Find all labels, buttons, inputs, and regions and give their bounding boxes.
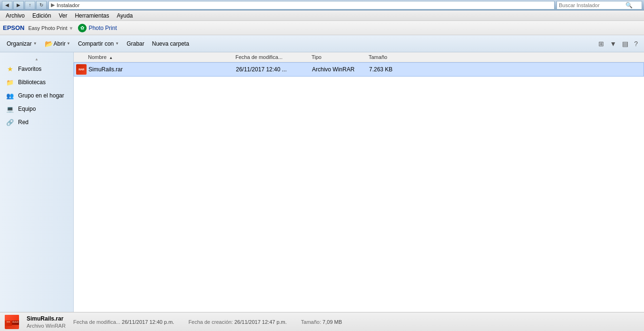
empty-space (74, 77, 644, 219)
photo-print-label: Photo Print (88, 25, 117, 31)
menu-bar: Archivo Edición Ver Herramientas Ayuda (0, 10, 644, 21)
main-area: ▲ ★ Favoritos 📁 Bibliotecas 👥 Grupo en e… (0, 52, 644, 312)
organizar-label: Organizar (7, 40, 32, 47)
table-row[interactable]: RAR SimuRails.rar 26/11/2017 12:40 ... A… (74, 62, 644, 77)
status-date-created: Fecha de creación: 26/11/2017 12:47 p.m. (188, 319, 287, 325)
col-header-date[interactable]: Fecha de modifica... (235, 54, 312, 60)
epson-toolbar: EPSON Easy Photo Print ▼ ✿ Photo Print (0, 21, 644, 35)
nueva-carpeta-label: Nueva carpeta (152, 40, 189, 47)
view-dropdown-button[interactable]: ▼ (607, 39, 619, 49)
sidebar-item-equipo[interactable]: 💻 Equipo (0, 102, 73, 116)
forward-button[interactable]: ▶ (13, 1, 24, 10)
path-chevron: ▶ (51, 2, 55, 8)
column-headers: Nombre ▲ Fecha de modifica... Tipo Tamañ… (74, 52, 644, 62)
view-list-icon: ⊞ (598, 40, 604, 48)
file-date-cell: 26/11/2017 12:40 ... (236, 66, 312, 73)
date-modified-label: Fecha de modifica... (73, 319, 120, 325)
sidebar-item-grupo-hogar[interactable]: 👥 Grupo en el hogar (0, 89, 73, 102)
col-date-label: Fecha de modifica... (235, 54, 283, 60)
compartir-chevron: ▼ (115, 41, 119, 46)
col-name-label: Nombre (88, 54, 107, 60)
title-bar: ◀ ▶ ↑ ↻ ▶ Instalador 🔍 (0, 0, 644, 10)
menu-herramientas[interactable]: Herramientas (71, 11, 113, 20)
sidebar-label-bibliotecas: Bibliotecas (18, 79, 46, 86)
col-header-name[interactable]: Nombre ▲ (74, 54, 235, 60)
sidebar: ▲ ★ Favoritos 📁 Bibliotecas 👥 Grupo en e… (0, 52, 74, 312)
epson-logo: EPSON (3, 24, 25, 31)
compartir-button[interactable]: Compartir con ▼ (75, 39, 122, 49)
status-date-modified: Fecha de modifica... 26/11/2017 12:40 p.… (73, 319, 174, 325)
size-label: Tamaño: (301, 319, 321, 325)
search-box[interactable]: 🔍 (556, 1, 642, 10)
organizar-chevron: ▼ (33, 41, 37, 46)
organizar-button[interactable]: Organizar ▼ (4, 39, 40, 49)
open-icon: 📂 (45, 40, 53, 48)
status-filetype: Archivo WinRAR (27, 323, 66, 329)
date-created-label: Fecha de creación: (188, 319, 233, 325)
library-icon: 📁 (6, 78, 14, 87)
status-size: Tamaño: 7,09 MB (301, 319, 342, 325)
homegroup-icon: 👥 (6, 91, 14, 100)
computer-icon: 💻 (6, 105, 14, 113)
photo-print-icon: ✿ (78, 24, 87, 32)
refresh-button[interactable]: ↻ (36, 1, 47, 10)
file-list: RAR SimuRails.rar 26/11/2017 12:40 ... A… (74, 62, 644, 312)
col-type-label: Tipo (312, 54, 322, 60)
sidebar-label-grupo-hogar: Grupo en el hogar (18, 92, 64, 99)
col-size-label: Tamaño (369, 54, 387, 60)
abrir-button[interactable]: 📂 Abrir ▼ (42, 39, 73, 49)
help-button[interactable]: ? (632, 39, 640, 49)
status-filename: SimuRails.rar (27, 315, 66, 322)
path-text: Instalador (57, 2, 79, 8)
view-list-button[interactable]: ⊞ (596, 39, 606, 49)
abrir-chevron: ▼ (67, 41, 70, 46)
nueva-carpeta-button[interactable]: Nueva carpeta (149, 39, 192, 49)
file-size-cell: 7.263 KB (369, 66, 417, 73)
preview-pane-button[interactable]: ▤ (620, 39, 631, 49)
menu-archivo[interactable]: Archivo (2, 11, 29, 20)
menu-edicion[interactable]: Edición (29, 11, 55, 20)
grabar-label: Grabar (127, 40, 144, 47)
sidebar-item-red[interactable]: 🔗 Red (0, 116, 73, 129)
sidebar-label-red: Red (18, 119, 29, 126)
grabar-button[interactable]: Grabar (124, 39, 147, 49)
star-icon: ★ (6, 65, 14, 73)
size-value: 7,09 MB (322, 319, 342, 325)
status-info: SimuRails.rar Archivo WinRAR (27, 315, 66, 329)
menu-ayuda[interactable]: Ayuda (113, 11, 137, 20)
date-modified-value: 26/11/2017 12:40 p.m. (122, 319, 174, 325)
sidebar-label-favoritos: Favoritos (18, 66, 41, 72)
address-bar[interactable]: ▶ Instalador (49, 1, 555, 10)
view-controls: ⊞ ▼ ▤ ? (596, 39, 640, 49)
sidebar-item-favoritos[interactable]: ★ Favoritos (0, 62, 73, 76)
file-name-cell: SimuRails.rar (88, 66, 236, 73)
epson-app-label: Easy Photo Print ▼ (29, 25, 74, 31)
action-toolbar: Organizar ▼ 📂 Abrir ▼ Compartir con ▼ Gr… (0, 35, 644, 52)
file-icon-cell: RAR (74, 64, 88, 75)
sidebar-scroll-up[interactable]: ▲ (35, 57, 39, 61)
status-meta: Fecha de modifica... 26/11/2017 12:40 p.… (73, 319, 342, 325)
col-header-size[interactable]: Tamaño (369, 54, 416, 60)
compartir-label: Compartir con (78, 40, 114, 47)
search-icon: 🔍 (625, 2, 633, 9)
network-icon: 🔗 (6, 118, 14, 127)
title-bar-nav: ◀ ▶ ↑ ↻ (2, 1, 47, 10)
abrir-label: Abrir (54, 40, 66, 47)
menu-ver[interactable]: Ver (55, 11, 71, 20)
preview-pane-icon: ▤ (622, 40, 628, 48)
view-dropdown-chevron: ▼ (610, 40, 616, 48)
help-icon: ? (634, 40, 638, 48)
sidebar-label-equipo: Equipo (18, 106, 36, 112)
search-input[interactable] (559, 2, 625, 8)
file-area: Nombre ▲ Fecha de modifica... Tipo Tamañ… (74, 52, 644, 312)
status-bar: ▪▪▪ RAR SimuRails.rar Archivo WinRAR Fec… (0, 312, 644, 331)
up-button[interactable]: ↑ (25, 1, 35, 10)
col-header-type[interactable]: Tipo (312, 54, 369, 60)
sidebar-item-bibliotecas[interactable]: 📁 Bibliotecas (0, 76, 73, 89)
back-button[interactable]: ◀ (2, 1, 12, 10)
rar-file-icon: RAR (76, 64, 87, 75)
photo-print-button[interactable]: ✿ Photo Print (78, 24, 117, 32)
file-type-cell: Archivo WinRAR (312, 66, 369, 73)
date-created-value: 26/11/2017 12:47 p.m. (234, 319, 287, 325)
status-file-icon: ▪▪▪ RAR (5, 315, 19, 329)
